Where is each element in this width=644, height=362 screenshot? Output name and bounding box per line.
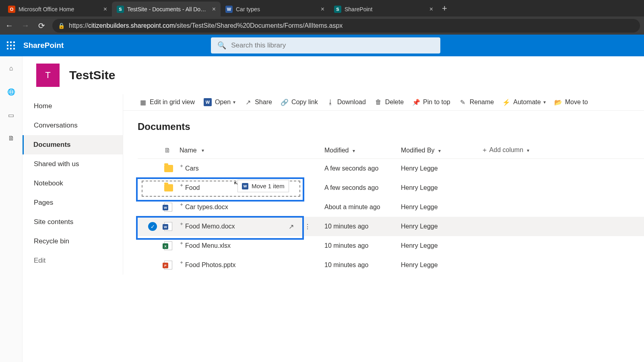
cmd-download[interactable]: ⭳Download — [327, 99, 366, 106]
globe-icon[interactable]: 🌐 — [6, 87, 16, 97]
nav-site-contents[interactable]: Site contents — [23, 212, 123, 232]
chevron-down-icon: ▾ — [351, 148, 355, 154]
cmd-share[interactable]: ↗Share — [244, 99, 272, 106]
browser-tab-3[interactable]: S SharePoint × — [329, 2, 438, 16]
flow-icon: ⚡ — [503, 99, 510, 106]
excel-file-icon: X — [164, 241, 172, 250]
home-icon[interactable]: ⌂ — [6, 64, 16, 73]
tab-title: Microsoft Office Home — [19, 6, 100, 12]
tab-close-icon[interactable]: × — [429, 6, 433, 13]
modified-cell: A few seconds ago — [324, 184, 401, 191]
trash-icon: 🗑 — [375, 99, 382, 106]
site-nav: Home Conversations Documents Shared with… — [23, 94, 123, 275]
new-tab-button[interactable]: + — [438, 3, 451, 14]
address-bar[interactable]: 🔒 https://citizenbuilders.sharepoint.com… — [52, 19, 640, 33]
cmd-edit-grid[interactable]: ▦Edit in grid view — [139, 99, 195, 106]
col-modified-header[interactable]: Modified ▾ — [324, 147, 401, 154]
site-logo[interactable]: T — [36, 64, 60, 87]
svg-rect-0 — [7, 41, 8, 43]
favicon-sharepoint-icon: S — [334, 6, 341, 13]
col-add-header[interactable]: ＋ Add column ▾ — [481, 146, 562, 154]
svg-rect-2 — [13, 41, 15, 43]
search-box[interactable]: 🔍 — [211, 37, 440, 53]
url-scheme: https:// — [69, 22, 88, 29]
more-icon[interactable]: ⋮ — [304, 223, 311, 230]
list-row[interactable]: X ✦Food Menu.xlsx 10 minutes ago Henry L… — [138, 236, 644, 255]
col-type[interactable]: 🗎 — [164, 147, 180, 154]
tab-title: TestSite - Documents - All Docum — [127, 6, 209, 12]
modified-cell: About a minute ago — [324, 204, 401, 211]
file-name[interactable]: Car types.docx — [185, 204, 228, 211]
cmd-copy-link[interactable]: 🔗Copy link — [281, 99, 318, 106]
modified-cell: A few seconds ago — [324, 165, 401, 172]
list-row[interactable]: ✦Cars A few seconds ago Henry Legge — [138, 159, 644, 178]
col-name-header[interactable]: Name▾ — [180, 147, 324, 154]
browser-tab-2[interactable]: W Car types × — [221, 2, 329, 16]
cmd-label: Copy link — [291, 99, 318, 106]
tab-close-icon[interactable]: × — [321, 6, 324, 13]
files-icon[interactable]: 🗎 — [6, 134, 16, 143]
file-name[interactable]: Food Menu.xlsx — [185, 242, 231, 249]
new-indicator-icon: ✦ — [180, 202, 184, 208]
file-name[interactable]: Food Photos.pptx — [185, 261, 235, 269]
column-headers: 🗎 Name▾ Modified ▾ Modified By ▾ ＋ Add c… — [138, 142, 644, 159]
list-row-selected[interactable]: ✓ W ✦Food Memo.docx ↗ ⋮ 10 minutes ago H… — [138, 217, 644, 236]
site-region: T TestSite Home Conversations Documents … — [23, 56, 644, 362]
reload-button[interactable]: ⟳ — [36, 21, 47, 31]
cmd-label: Edit in grid view — [150, 99, 195, 106]
col-modifiedby-header[interactable]: Modified By ▾ — [401, 147, 481, 154]
suite-brand[interactable]: SharePoint — [22, 41, 64, 50]
modifiedby-cell: Henry Legge — [401, 261, 481, 269]
col-label: Modified — [324, 147, 349, 154]
forward-button[interactable]: → — [20, 21, 31, 30]
svg-rect-3 — [7, 45, 8, 46]
browser-tab-0[interactable]: O Microsoft Office Home × — [3, 2, 112, 16]
nav-shared-with-us[interactable]: Shared with us — [23, 154, 123, 174]
command-bar: ▦Edit in grid view WOpen▾ ↗Share 🔗Copy l… — [123, 94, 644, 111]
svg-rect-7 — [10, 48, 12, 49]
file-name[interactable]: Cars — [185, 165, 199, 172]
search-input[interactable] — [231, 41, 434, 49]
selected-check-icon[interactable]: ✓ — [148, 222, 157, 231]
col-label: Add column — [489, 146, 524, 153]
modifiedby-cell: Henry Legge — [401, 223, 481, 230]
url-path: /sites/TestSite/Shared%20Documents/Forms… — [175, 22, 343, 29]
content-region: ⌂ 🌐 ▭ 🗎 T TestSite Home Conversations Do… — [0, 56, 644, 362]
app-launcher-button[interactable] — [0, 41, 22, 49]
list-row[interactable]: W ✦Car types.docx About a minute ago Hen… — [138, 197, 644, 217]
nav-conversations[interactable]: Conversations — [23, 116, 123, 135]
cmd-rename[interactable]: ✎Rename — [459, 99, 494, 106]
powerpoint-file-icon: P — [164, 261, 172, 269]
folder-icon — [164, 184, 173, 191]
list-row-drop-target[interactable]: ↖ W Move 1 item ✦Food A few seconds ago … — [138, 178, 644, 197]
cmd-delete[interactable]: 🗑Delete — [375, 99, 404, 106]
share-icon[interactable]: ↗ — [289, 223, 294, 230]
nav-home[interactable]: Home — [23, 97, 123, 116]
move-icon: 📂 — [555, 99, 562, 106]
nav-documents[interactable]: Documents — [23, 135, 123, 154]
list-row[interactable]: P ✦Food Photos.pptx 10 minutes ago Henry… — [138, 255, 644, 275]
file-name[interactable]: Food Memo.docx — [185, 223, 235, 230]
svg-rect-5 — [13, 45, 15, 46]
lock-icon: 🔒 — [58, 23, 65, 29]
tab-close-icon[interactable]: × — [212, 6, 216, 13]
cmd-automate[interactable]: ⚡Automate▾ — [503, 99, 545, 106]
site-title[interactable]: TestSite — [69, 68, 115, 82]
cmd-open[interactable]: WOpen▾ — [204, 98, 235, 106]
word-file-icon: W — [164, 222, 172, 231]
nav-recycle-bin[interactable]: Recycle bin — [23, 232, 123, 251]
word-icon: W — [204, 98, 212, 106]
browser-tab-1[interactable]: S TestSite - Documents - All Docum × — [112, 2, 221, 16]
tab-close-icon[interactable]: × — [103, 6, 107, 13]
nav-edit[interactable]: Edit — [23, 251, 123, 270]
global-nav-rail: ⌂ 🌐 ▭ 🗎 — [0, 56, 23, 362]
nav-pages[interactable]: Pages — [23, 193, 123, 212]
back-button[interactable]: ← — [4, 21, 14, 30]
news-icon[interactable]: ▭ — [6, 110, 16, 120]
favicon-office-icon: O — [8, 6, 15, 13]
nav-notebook[interactable]: Notebook — [23, 174, 123, 193]
site-header: T TestSite — [23, 56, 644, 94]
cmd-pin[interactable]: 📌Pin to top — [413, 99, 450, 106]
cmd-move-to[interactable]: 📂Move to — [555, 99, 588, 106]
share-icon: ↗ — [244, 99, 252, 106]
